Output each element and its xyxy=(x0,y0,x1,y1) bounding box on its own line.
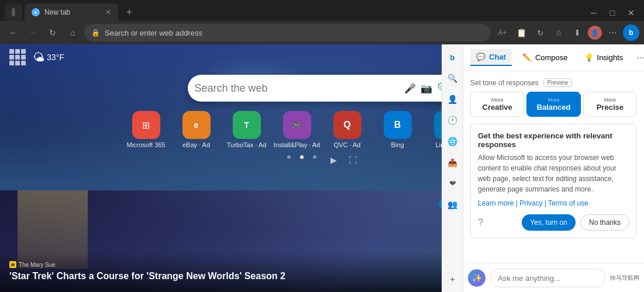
browser-tab-new[interactable]: ● New tab ✕ xyxy=(25,4,118,21)
maximize-button[interactable]: □ xyxy=(604,5,621,21)
chat-icon: 💬 xyxy=(476,53,485,61)
downloads-icon[interactable]: ⬇ xyxy=(569,25,586,41)
shortcut-microsoft365[interactable]: ⊞ Microsoft 365 xyxy=(126,111,167,148)
tone-label-text: Set tone of responses xyxy=(470,79,539,87)
image-search-icon[interactable]: 📷 xyxy=(421,83,432,94)
privacy-link[interactable]: Privacy xyxy=(519,199,542,207)
weather-widget[interactable]: 🌤 33°F xyxy=(33,51,64,64)
rt-history-icon[interactable]: 🕐 xyxy=(445,112,461,128)
feed-source: M The Mary Sue xyxy=(9,261,506,268)
permission-actions: ? Yes, turn on No thanks xyxy=(478,214,629,231)
insights-icon: 💡 xyxy=(584,53,594,62)
close-button[interactable]: ✕ xyxy=(623,5,639,21)
address-bar[interactable]: 🔒 Search or enter web address xyxy=(84,24,491,41)
chat-label: Chat xyxy=(489,53,506,61)
tab-close-button[interactable]: ✕ xyxy=(105,8,111,16)
shortcut-icon: e xyxy=(182,111,211,139)
no-thanks-button[interactable]: No thanks xyxy=(580,214,629,231)
tone-balanced-button[interactable]: More Balanced xyxy=(526,92,580,117)
search-bar[interactable]: 🎤 📷 🔍 xyxy=(188,75,457,102)
tab-bar: ● New tab ✕ + ─ □ ✕ xyxy=(0,0,644,21)
permission-card: Get the best experience with relevant re… xyxy=(470,124,637,238)
rt-add-icon[interactable]: + xyxy=(445,271,461,287)
bing-tab-chat[interactable]: 💬 Chat xyxy=(470,49,512,66)
shortcut-label: QVC · Ad xyxy=(334,141,361,148)
rt-copilot-icon[interactable]: b xyxy=(445,49,461,65)
apps-grid-button[interactable] xyxy=(9,49,26,65)
shortcut-icon: T xyxy=(233,111,261,139)
rt-favorites-icon[interactable]: ❤ xyxy=(445,175,461,192)
bing-input-area: ✨ 快马导航网 xyxy=(463,263,644,292)
forward-button[interactable]: → xyxy=(25,25,41,41)
learn-more-link[interactable]: Learn more xyxy=(478,199,514,207)
shortcut-qvc[interactable]: Q QVC · Ad xyxy=(327,111,368,148)
tab-favicon: ● xyxy=(32,8,40,16)
bing-ask-input[interactable] xyxy=(490,269,605,287)
refresh-toolbar-icon[interactable]: ↻ xyxy=(532,25,548,41)
right-toolbar: b 🔍 👤 🕐 🌐 📤 ❤ 👥 + xyxy=(442,44,463,292)
collections-icon[interactable]: 📋 xyxy=(513,25,529,41)
rt-share-icon[interactable]: 📤 xyxy=(445,154,461,171)
permission-title: Get the best experience with relevant re… xyxy=(478,131,629,149)
video-dot-active[interactable] xyxy=(300,155,304,159)
rt-search-icon[interactable]: 🔍 xyxy=(445,70,461,86)
shortcut-icon: Q xyxy=(333,111,361,139)
tone-section: Set tone of responses Preview More Creat… xyxy=(470,78,637,117)
insights-label: Insights xyxy=(597,53,624,62)
question-icon[interactable]: ? xyxy=(478,217,483,228)
settings-menu-icon[interactable]: ⋯ xyxy=(604,25,621,41)
refresh-button[interactable]: ↻ xyxy=(44,25,61,41)
expand-icon[interactable]: ⛶ xyxy=(349,155,357,165)
video-dot[interactable] xyxy=(287,155,291,159)
play-icon[interactable]: ▶ xyxy=(330,155,337,165)
preview-badge: Preview xyxy=(543,78,573,87)
new-tab-button[interactable]: + xyxy=(120,4,138,21)
back-button[interactable]: ← xyxy=(5,25,21,41)
shortcut-icon: ⊞ xyxy=(132,111,160,139)
minimize-button[interactable]: ─ xyxy=(586,5,602,21)
shortcut-label: Bing xyxy=(391,141,404,148)
question-icon-wrap: ? xyxy=(478,214,517,231)
browser-tab-other[interactable] xyxy=(5,4,22,21)
voice-search-icon[interactable]: 🎤 xyxy=(404,83,416,94)
rt-people-icon[interactable]: 👥 xyxy=(445,196,461,213)
bing-tab-compose[interactable]: ✏️ Compose xyxy=(516,50,574,65)
bing-more-button[interactable]: ⋯ xyxy=(633,50,644,65)
profile-area: 👤 xyxy=(588,26,602,40)
shortcut-turbotax[interactable]: T TurboTax · Ad xyxy=(226,111,267,148)
browser-window: ● New tab ✕ + ─ □ ✕ ← → ↻ ⌂ 🔒 Search or … xyxy=(0,0,644,292)
home-button[interactable]: ⌂ xyxy=(64,25,81,41)
tone-buttons: More Creative More Balanced More Precise xyxy=(470,92,637,117)
shortcut-label: eBay · Ad xyxy=(182,141,210,148)
feed-source-icon: M xyxy=(9,261,16,268)
bing-avatar: ✨ xyxy=(468,269,485,287)
shortcut-ebay[interactable]: e eBay · Ad xyxy=(176,111,217,148)
rt-user-icon[interactable]: 👤 xyxy=(445,91,461,107)
shortcut-label: Microsoft 365 xyxy=(126,141,165,148)
toolbar: ← → ↻ ⌂ 🔒 Search or enter web address A+… xyxy=(0,21,644,44)
yes-turn-on-button[interactable]: Yes, turn on xyxy=(522,214,576,231)
tab-title: New tab xyxy=(44,8,101,16)
terms-link[interactable]: Terms of use xyxy=(548,199,588,207)
bing-chat-header: 💬 Chat ✏️ Compose 💡 Insights ⋯ ✕ xyxy=(463,44,644,71)
copilot-toolbar-icon[interactable]: A+ xyxy=(494,25,511,41)
bing-header-right: ⋯ ✕ xyxy=(633,50,644,65)
tone-creative-button[interactable]: More Creative xyxy=(470,92,524,117)
bing-chat-icon[interactable]: b xyxy=(623,25,639,41)
search-input[interactable] xyxy=(195,82,400,95)
shortcut-label: Install&Play · Ad xyxy=(274,141,321,148)
shortcut-bing[interactable]: B Bing xyxy=(377,111,418,148)
favorites-icon[interactable]: ☆ xyxy=(550,25,567,41)
weather-temp: 33°F xyxy=(47,53,64,62)
profile-avatar[interactable]: 👤 xyxy=(588,26,602,40)
rt-translate-icon[interactable]: 🌐 xyxy=(445,133,461,150)
content-area: 🌤 33°F 12375 🛡 🔔 6 ⚙ xyxy=(0,44,644,292)
tone-precise-button[interactable]: More Precise xyxy=(583,92,637,117)
video-dot[interactable] xyxy=(313,155,316,159)
bing-branding-text: 快马导航网 xyxy=(610,274,639,282)
tone-label: Set tone of responses Preview xyxy=(470,78,637,87)
bing-tab-insights[interactable]: 💡 Insights xyxy=(578,50,629,65)
shortcut-installandplay[interactable]: 🎮 Install&Play · Ad xyxy=(277,111,318,148)
shortcut-label: TurboTax · Ad xyxy=(227,141,266,148)
shortcut-icon: B xyxy=(384,111,412,139)
